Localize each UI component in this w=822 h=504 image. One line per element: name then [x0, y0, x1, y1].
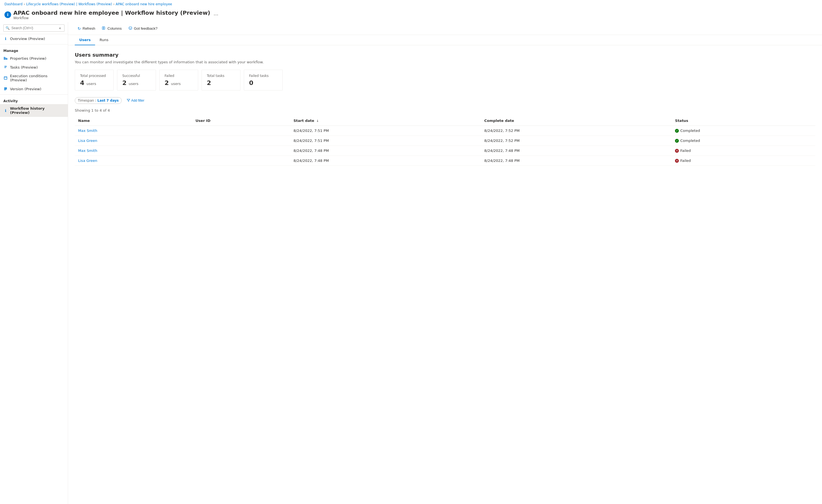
users-table: Name User ID Start date ↓ Complete date … — [75, 116, 815, 166]
col-header-userid: User ID — [192, 116, 290, 126]
svg-rect-9 — [4, 89, 7, 89]
card-successful-value: 2 users — [122, 79, 151, 86]
sidebar-search-container: 🔍 « — [0, 22, 68, 34]
tab-runs[interactable]: Runs — [95, 35, 113, 45]
filters-row: Timespan : Last 7 days Add filter — [75, 97, 815, 104]
card-failed-label: Failed — [164, 74, 193, 78]
cell-completedate-2: 8/24/2022, 7:48 PM — [481, 146, 672, 156]
page-subtitle: Workflow — [13, 16, 210, 20]
summary-cards: Total processed 4 users Successful 2 use… — [75, 70, 815, 91]
svg-rect-2 — [6, 58, 7, 60]
card-total-tasks-label: Total tasks — [207, 74, 235, 78]
card-successful: Successful 2 users — [117, 70, 156, 91]
sort-arrow-startdate: ↓ — [316, 119, 319, 123]
timespan-filter-label: Timespan — [78, 99, 94, 102]
svg-point-14 — [129, 28, 130, 28]
col-header-startdate-label: Start date — [294, 119, 314, 123]
svg-point-15 — [131, 28, 131, 28]
sidebar-item-workflow-history[interactable]: ℹ️ Workflow history (Preview) — [0, 104, 68, 117]
info-icon: ℹ️ — [3, 36, 8, 41]
table-header-row: Name User ID Start date ↓ Complete date … — [75, 116, 815, 126]
cell-startdate-2: 8/24/2022, 7:48 PM — [290, 146, 481, 156]
search-input[interactable] — [3, 24, 64, 32]
svg-rect-6 — [4, 77, 7, 79]
sidebar-divider-1 — [0, 44, 68, 44]
columns-icon — [102, 26, 106, 31]
user-name-link-0[interactable]: Max Smith — [78, 129, 97, 133]
execution-conditions-icon — [3, 76, 8, 80]
cell-status-0: ✓ Completed — [672, 126, 815, 136]
col-header-completedate: Complete date — [481, 116, 672, 126]
columns-label: Columns — [107, 26, 122, 31]
sidebar-item-version[interactable]: Version (Preview) — [0, 84, 68, 93]
cell-userid-3 — [192, 156, 290, 166]
refresh-label: Refresh — [82, 26, 95, 31]
svg-rect-10 — [4, 90, 6, 90]
cell-startdate-0: 8/24/2022, 7:51 PM — [290, 126, 481, 136]
card-total-tasks: Total tasks 2 — [201, 70, 241, 91]
card-successful-label: Successful — [122, 74, 151, 78]
toolbar: ↻ Refresh Columns Got feedback? — [68, 22, 822, 35]
svg-rect-11 — [102, 27, 103, 29]
svg-rect-12 — [104, 27, 105, 29]
cell-name-1: Lisa Green — [75, 136, 192, 146]
add-filter-label: Add filter — [131, 99, 144, 102]
cell-status-1: ✓ Completed — [672, 136, 815, 146]
filter-icon — [127, 99, 130, 103]
svg-rect-1 — [5, 57, 6, 60]
status-completed-icon: ✓ — [675, 139, 679, 143]
col-header-startdate[interactable]: Start date ↓ — [290, 116, 481, 126]
add-filter-button[interactable]: Add filter — [124, 97, 147, 104]
refresh-button[interactable]: ↻ Refresh — [75, 25, 98, 32]
card-total-processed-label: Total processed — [80, 74, 108, 78]
sidebar-manage-label: Manage — [0, 46, 68, 54]
cell-userid-0 — [192, 126, 290, 136]
table-row: Max Smith 8/24/2022, 7:48 PM 8/24/2022, … — [75, 146, 815, 156]
status-failed-icon: ✕ — [675, 159, 679, 163]
breadcrumb-apac[interactable]: APAC onboard new hire employee — [116, 2, 172, 6]
cell-completedate-3: 8/24/2022, 7:48 PM — [481, 156, 672, 166]
sidebar-activity-label: Activity — [0, 96, 68, 104]
user-name-link-1[interactable]: Lisa Green — [78, 139, 97, 143]
sidebar-item-execution-label: Execution conditions (Preview) — [10, 74, 64, 82]
timespan-filter[interactable]: Timespan : Last 7 days — [75, 97, 122, 104]
user-name-link-3[interactable]: Lisa Green — [78, 159, 97, 163]
main-content: ↻ Refresh Columns Got feedback? Users Ru… — [68, 22, 822, 504]
tab-users[interactable]: Users — [75, 35, 95, 45]
card-failed-value: 2 users — [164, 79, 193, 86]
cell-status-3: ✕ Failed — [672, 156, 815, 166]
columns-button[interactable]: Columns — [99, 24, 124, 32]
cell-userid-2 — [192, 146, 290, 156]
user-name-link-2[interactable]: Max Smith — [78, 149, 97, 153]
breadcrumb-lifecycle[interactable]: Lifecycle workflows (Preview) | Workflow… — [26, 2, 112, 6]
refresh-icon: ↻ — [77, 26, 81, 31]
svg-rect-8 — [4, 87, 7, 88]
feedback-icon — [128, 26, 132, 31]
card-failed-tasks-label: Failed tasks — [249, 74, 278, 78]
search-icon: 🔍 — [6, 26, 10, 30]
sidebar-item-properties[interactable]: Properties (Preview) — [0, 54, 68, 63]
page-more-options[interactable]: ··· — [214, 12, 218, 18]
feedback-button[interactable]: Got feedback? — [126, 24, 160, 32]
breadcrumb-dashboard[interactable]: Dashboard — [4, 2, 22, 6]
sidebar-item-version-label: Version (Preview) — [10, 87, 41, 91]
sidebar-item-overview-label: Overview (Preview) — [10, 37, 45, 41]
cell-startdate-3: 8/24/2022, 7:48 PM — [290, 156, 481, 166]
card-failed: Failed 2 users — [159, 70, 198, 91]
cell-startdate-1: 8/24/2022, 7:51 PM — [290, 136, 481, 146]
sidebar-item-overview[interactable]: ℹ️ Overview (Preview) — [0, 34, 68, 43]
svg-rect-0 — [4, 57, 5, 60]
status-text-2: Failed — [680, 149, 691, 153]
version-icon — [3, 87, 8, 91]
sidebar-collapse-button[interactable]: « — [59, 26, 61, 30]
table-row: Max Smith 8/24/2022, 7:51 PM 8/24/2022, … — [75, 126, 815, 136]
card-total-processed: Total processed 4 users — [75, 70, 114, 91]
sidebar-item-workflow-history-label: Workflow history (Preview) — [10, 106, 64, 115]
cell-userid-1 — [192, 136, 290, 146]
page-content: Users summary You can monitor and invest… — [68, 45, 822, 172]
properties-icon — [3, 56, 8, 61]
sidebar-item-execution-conditions[interactable]: Execution conditions (Preview) — [0, 72, 68, 84]
sidebar-item-tasks[interactable]: Tasks (Preview) — [0, 63, 68, 72]
showing-text: Showing 1 to 4 of 4 — [75, 108, 815, 112]
tabs-container: Users Runs — [68, 35, 822, 45]
